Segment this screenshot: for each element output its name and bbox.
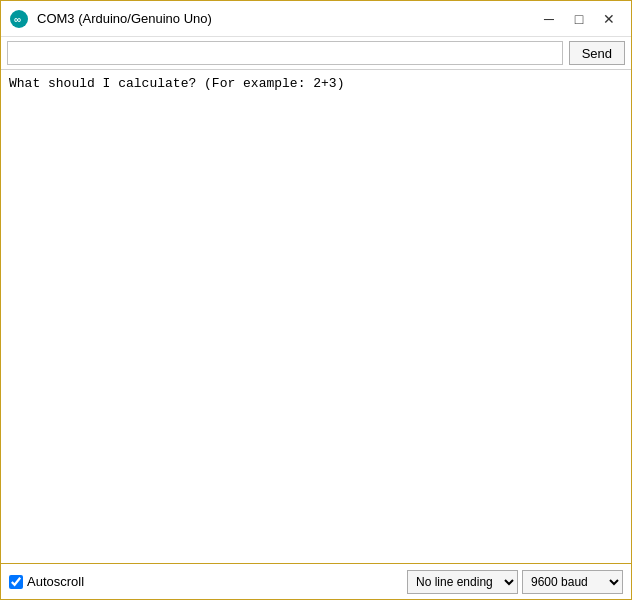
autoscroll-label[interactable]: Autoscroll — [27, 574, 84, 589]
status-right: No line ending Newline Carriage return B… — [407, 570, 623, 594]
maximize-button[interactable]: □ — [565, 7, 593, 31]
svg-text:∞: ∞ — [14, 14, 21, 25]
arduino-serial-monitor-window: ∞ COM3 (Arduino/Genuino Uno) ─ □ ✕ Send … — [0, 0, 632, 600]
input-row: Send — [1, 37, 631, 70]
close-button[interactable]: ✕ — [595, 7, 623, 31]
status-bar: Autoscroll No line ending Newline Carria… — [1, 563, 631, 599]
line-ending-select[interactable]: No line ending Newline Carriage return B… — [407, 570, 518, 594]
serial-input[interactable] — [7, 41, 563, 65]
minimize-button[interactable]: ─ — [535, 7, 563, 31]
send-button[interactable]: Send — [569, 41, 625, 65]
autoscroll-checkbox[interactable] — [9, 575, 23, 589]
title-bar: ∞ COM3 (Arduino/Genuino Uno) ─ □ ✕ — [1, 1, 631, 37]
baud-rate-select[interactable]: 300 baud 1200 baud 2400 baud 4800 baud 9… — [522, 570, 623, 594]
window-title: COM3 (Arduino/Genuino Uno) — [37, 11, 535, 26]
autoscroll-area: Autoscroll — [9, 574, 407, 589]
arduino-icon: ∞ — [9, 9, 29, 29]
serial-output: What should I calculate? (For example: 2… — [1, 70, 631, 563]
window-controls: ─ □ ✕ — [535, 7, 623, 31]
